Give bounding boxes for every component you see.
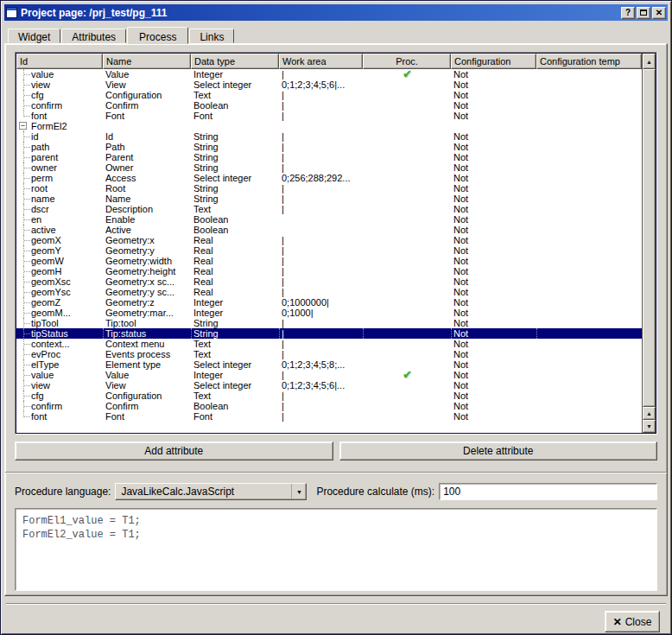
tab-widget[interactable]: Widget <box>8 29 60 43</box>
tree-branch-icon <box>19 204 31 214</box>
table-row[interactable]: geomZ Geometry:z Integer 0;1000000| Not <box>16 297 642 308</box>
window-icon <box>6 7 17 18</box>
table-row[interactable]: geomW Geometry:width Real | Not <box>16 256 642 266</box>
table-row[interactable]: name Name String | Not <box>16 194 642 204</box>
tab-attributes[interactable]: Attributes <box>61 29 126 43</box>
table-row[interactable]: geomH Geometry:height Real | Not <box>16 266 642 276</box>
tree-collapse-box[interactable]: − <box>19 122 27 130</box>
table-row[interactable]: root Root String | Not <box>16 183 642 194</box>
arrow-up-icon: ▲ <box>646 410 652 416</box>
table-header: Id Name Data type Work area Proc. Config… <box>16 54 642 69</box>
procedure-language-select[interactable]: JavaLikeCalc.JavaScript ▼ <box>115 483 307 500</box>
column-header-name[interactable]: Name <box>103 54 191 69</box>
table-row[interactable]: tipTool Tip:tool String | Not <box>16 318 642 328</box>
table-row[interactable]: id Id String | Not <box>16 131 642 142</box>
column-header-work-area[interactable]: Work area <box>279 54 363 69</box>
tree-branch-icon <box>19 328 31 339</box>
tree-branch-icon <box>19 69 31 79</box>
help-button[interactable]: ? <box>621 7 635 19</box>
table-row[interactable]: font Font Font | Not <box>16 111 642 121</box>
delete-attribute-button[interactable]: Delete attribute <box>339 441 658 460</box>
table-row[interactable]: view View Select integer 0;1;2;3;4;5;6|.… <box>16 79 642 90</box>
table-row[interactable]: parent Parent String | Not <box>16 152 642 162</box>
table-row[interactable]: tipStatus Tip:status String | Not <box>16 328 642 339</box>
table-row[interactable]: geomM... Geometry:mar... Integer 0;1000|… <box>16 308 642 318</box>
window-close-button[interactable]: ✕ <box>652 7 666 19</box>
tree-branch-icon <box>19 245 31 256</box>
table-row[interactable]: elType Element type Select integer 0;1;2… <box>16 359 642 370</box>
column-header-configuration[interactable]: Configuration <box>451 54 536 69</box>
vertical-scrollbar[interactable]: ▲ ▲ ▼ <box>642 54 656 433</box>
project-page-window: Project page: /prj_test/pg_111 ? ✕ Widge… <box>0 0 672 635</box>
column-header-id[interactable]: Id <box>16 54 103 69</box>
table-row[interactable]: perm Access Select integer 0;256;288;292… <box>16 173 642 183</box>
procedure-language-value: JavaLikeCalc.JavaScript <box>116 486 291 498</box>
procedure-calc-input[interactable] <box>439 483 657 500</box>
title-bar[interactable]: Project page: /prj_test/pg_111 ? ✕ <box>4 4 668 21</box>
maximize-icon <box>640 10 647 16</box>
tree-branch-icon <box>19 339 31 349</box>
attribute-table-body: value Value Integer | ✔ Not view View Se… <box>16 69 642 433</box>
tree-branch-icon <box>19 380 31 391</box>
procedure-language-label: Procedure language: <box>15 486 111 498</box>
tree-branch-icon <box>19 349 31 359</box>
tree-branch-icon <box>19 100 31 111</box>
table-row[interactable]: view View Select integer 0;1;2;3;4;5;6|.… <box>16 380 642 391</box>
tree-branch-icon <box>19 111 31 121</box>
table-row[interactable]: geomXsc Geometry:x sc... Real | Not <box>16 276 642 287</box>
tab-links[interactable]: Links <box>189 29 234 43</box>
maximize-button[interactable] <box>637 7 650 19</box>
tree-branch-icon <box>19 194 31 204</box>
tree-branch-icon <box>19 297 31 308</box>
table-row[interactable]: geomY Geometry:y Real | Not <box>16 245 642 256</box>
table-row[interactable]: path Path String | Not <box>16 142 642 152</box>
tree-branch-icon <box>19 79 31 90</box>
table-row[interactable]: geomYsc Geometry:y sc... Real | Not <box>16 287 642 297</box>
tree-branch-icon <box>19 391 31 401</box>
tree-branch-icon <box>19 411 31 422</box>
tree-branch-icon <box>19 370 31 380</box>
tree-branch-icon <box>19 401 31 411</box>
table-row[interactable]: geomX Geometry:x Real | Not <box>16 235 642 245</box>
column-header-configuration-temp[interactable]: Configuration temp <box>536 54 642 69</box>
tree-branch-icon <box>19 162 31 173</box>
table-row[interactable]: value Value Integer | ✔ Not <box>16 370 642 380</box>
table-row[interactable]: −FormEl2 <box>16 121 642 131</box>
close-button-icon: ✕ <box>613 616 622 628</box>
procedure-code[interactable]: FormEl1_value = T1; FormEl2_value = T1; <box>15 508 657 591</box>
close-icon: ✕ <box>656 9 662 17</box>
tree-branch-icon <box>19 142 31 152</box>
scroll-up-button-bottom[interactable]: ▲ <box>643 407 656 420</box>
scroll-up-button[interactable]: ▲ <box>643 54 656 69</box>
column-header-data-type[interactable]: Data type <box>191 54 279 69</box>
table-row[interactable]: confirm Confirm Boolean | Not <box>16 100 642 111</box>
column-header-proc[interactable]: Proc. <box>363 54 451 69</box>
tree-branch-icon <box>19 214 31 225</box>
table-row[interactable]: font Font Font | Not <box>16 411 642 422</box>
tab-process[interactable]: Process <box>127 27 188 44</box>
tree-branch-icon: − <box>19 121 31 131</box>
table-row[interactable]: cfg Configuration Text | Not <box>16 90 642 100</box>
tree-branch-icon <box>19 276 31 287</box>
tree-branch-icon <box>19 235 31 245</box>
table-row[interactable]: context... Context menu Text | Not <box>16 339 642 349</box>
table-row[interactable]: active Active Boolean Not <box>16 225 642 235</box>
proc-check-icon: ✔ <box>403 69 412 79</box>
proc-check-icon: ✔ <box>403 370 412 380</box>
close-button[interactable]: ✕ Close <box>605 611 660 632</box>
chevron-down-icon: ▼ <box>291 484 306 499</box>
scrollbar-thumb[interactable] <box>643 69 656 407</box>
table-row[interactable]: en Enable Boolean Not <box>16 214 642 225</box>
scroll-down-button[interactable]: ▼ <box>643 420 656 433</box>
tree-branch-icon <box>19 152 31 162</box>
table-row[interactable]: dscr Description Text | Not <box>16 204 642 214</box>
table-row[interactable]: evProc Events process Text | Not <box>16 349 642 359</box>
attribute-table: Id Name Data type Work area Proc. Config… <box>15 52 657 435</box>
arrow-down-icon: ▼ <box>646 423 652 429</box>
table-row[interactable]: confirm Confirm Boolean | Not <box>16 401 642 411</box>
tree-branch-icon <box>19 131 31 142</box>
table-row[interactable]: owner Owner String | Not <box>16 162 642 173</box>
table-row[interactable]: cfg Configuration Text | Not <box>16 391 642 401</box>
table-row[interactable]: value Value Integer | ✔ Not <box>16 69 642 79</box>
add-attribute-button[interactable]: Add attribute <box>15 441 333 460</box>
